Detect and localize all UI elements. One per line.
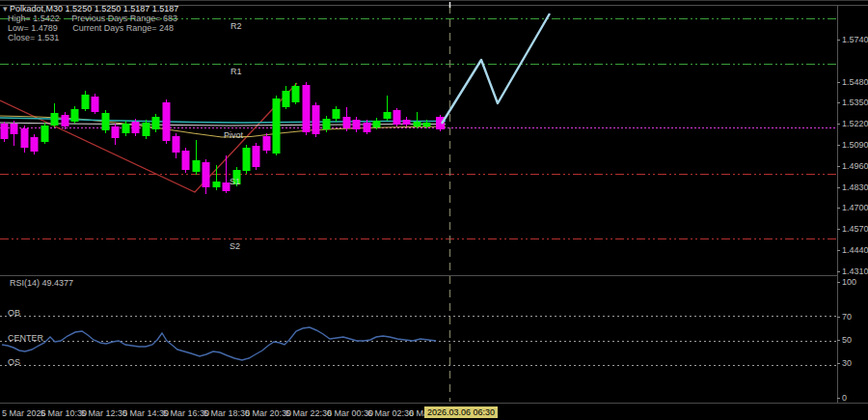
candle-body-bull xyxy=(423,123,431,126)
candle-body-bear xyxy=(173,136,180,153)
level-label-pivot: Pivot xyxy=(224,130,243,140)
ohlc-readout: ▾ Polkadot,M30 1.5250 1.5250 1.5187 1.51… xyxy=(3,4,178,14)
price-tick-mark xyxy=(837,124,840,125)
candle-body-bear xyxy=(112,126,120,138)
candle-body-bull xyxy=(51,113,59,126)
price-tick: 1.4700 xyxy=(842,203,868,212)
symbol-label: Polkadot,M30 xyxy=(10,4,63,14)
time-label: 6 Mar 02:30 xyxy=(367,408,414,418)
candle-body-bear xyxy=(62,115,69,126)
previous-range-value: Previous Days Range= 683 xyxy=(71,14,177,23)
mt4-chart-window: ▾ Polkadot,M30 1.5250 1.5250 1.5187 1.51… xyxy=(0,0,868,420)
time-label: 5 Mar 12:30 xyxy=(81,408,127,418)
candle-body-bear xyxy=(263,136,271,151)
candle-body-bear xyxy=(364,123,371,132)
rsi-tick-mark xyxy=(837,317,840,318)
candle-body-bear xyxy=(11,124,18,134)
current-range-value: Current Days Range= 248 xyxy=(72,23,174,33)
candle-body-bear xyxy=(393,110,401,125)
rsi-tick: 100 xyxy=(842,277,856,287)
rsi-tick-mark xyxy=(837,340,840,341)
candle-body-bear xyxy=(403,120,411,125)
rsi-oversold-label: OS xyxy=(8,357,20,367)
price-tick-mark xyxy=(837,250,840,251)
candle-body-bull xyxy=(152,117,160,129)
candle-body-bull xyxy=(82,95,90,109)
high-value: High= 1.5422 xyxy=(8,14,60,23)
forecast-projection-line xyxy=(442,14,550,124)
rsi-overbought-label: OB xyxy=(8,308,20,318)
price-tick: 1.5090 xyxy=(842,140,868,150)
rsi-center-label: CENTER xyxy=(8,333,43,343)
time-label: 5 Mar 18:30 xyxy=(203,408,250,418)
price-tick-mark xyxy=(837,40,840,41)
level-label-r2: R2 xyxy=(231,21,242,31)
candle-body-bull xyxy=(193,160,201,172)
candle-body-bull xyxy=(143,123,150,136)
candle-body-bull xyxy=(292,86,300,102)
candle-body-bull xyxy=(213,182,221,187)
rsi-indicator-title: RSI(14) 49.4377 xyxy=(10,278,73,288)
price-tick: 1.4570 xyxy=(842,224,868,234)
candle-body-bear xyxy=(92,97,99,112)
candle-body-bull xyxy=(414,122,421,126)
candle-body-bull xyxy=(323,119,331,129)
price-tick-mark xyxy=(837,166,840,167)
time-label: 6 Mar 00:30 xyxy=(327,408,373,418)
price-chart-canvas[interactable] xyxy=(0,1,868,403)
price-scale[interactable]: 1.57401.54801.53501.52201.50901.49601.48… xyxy=(837,1,868,403)
candle-body-bear xyxy=(21,128,29,148)
rsi-tick-mark xyxy=(837,398,840,399)
candle-body-bull xyxy=(71,109,79,122)
candle-body-bear xyxy=(163,102,171,141)
rsi-tick-mark xyxy=(837,363,840,364)
candle-body-bear xyxy=(312,105,320,134)
candle-body-bull xyxy=(41,126,49,142)
price-tick: 1.5350 xyxy=(842,98,868,107)
candle-body-bear xyxy=(253,146,260,167)
price-tick: 1.4310 xyxy=(842,266,868,276)
candle-body-bull xyxy=(243,148,251,171)
close-value: Close= 1.531 xyxy=(8,33,59,42)
candle-body-bull xyxy=(273,98,281,154)
rsi-tick: 50 xyxy=(842,335,852,345)
time-label: 5 Mar 10:30 xyxy=(41,408,87,418)
time-label: 5 Mar 22:30 xyxy=(285,408,332,418)
price-tick: 1.4440 xyxy=(842,245,868,255)
time-scale[interactable]: 5 Mar 20265 Mar 10:305 Mar 12:305 Mar 14… xyxy=(0,403,868,420)
time-label: 5 Mar 2026 xyxy=(2,408,46,418)
price-tick: 1.4960 xyxy=(842,161,868,171)
level-label-s2: S2 xyxy=(230,241,240,251)
rsi-tick: 70 xyxy=(842,312,852,322)
rsi-tick: 0 xyxy=(842,393,847,403)
price-tick: 1.5740 xyxy=(842,35,868,44)
candle-body-bear xyxy=(203,162,210,187)
selected-time-badge: 2026.03.06 06:30 xyxy=(424,406,498,418)
price-tick-mark xyxy=(837,82,840,83)
symbol-dropdown-icon[interactable]: ▾ xyxy=(3,4,8,14)
rsi-tick: 30 xyxy=(842,358,852,368)
price-tick-mark xyxy=(837,208,840,209)
price-tick-mark xyxy=(837,102,840,103)
candle-body-bear xyxy=(1,124,9,139)
day-stats-row-1: High= 1.5422 Previous Days Range= 683 xyxy=(8,14,177,23)
candle-body-bear xyxy=(31,137,39,152)
time-label: 5 Mar 16:30 xyxy=(163,408,209,418)
level-label-s1: S1 xyxy=(230,177,240,186)
price-tick: 1.4830 xyxy=(842,182,868,192)
price-tick-mark xyxy=(837,145,840,146)
price-tick: 1.5480 xyxy=(842,77,868,87)
candle-body-bear xyxy=(353,120,361,129)
candle-body-bear xyxy=(132,122,140,133)
price-tick: 1.5220 xyxy=(842,119,868,128)
rsi-line xyxy=(2,327,436,360)
time-label: 5 Mar 14:30 xyxy=(122,408,169,418)
candle-body-bear xyxy=(343,117,351,128)
time-label: 5 Mar 20:30 xyxy=(245,408,291,418)
ohlc-values: 1.5250 1.5250 1.5187 1.5187 xyxy=(66,4,179,14)
price-tick-mark xyxy=(837,229,840,230)
candle-body-bull xyxy=(102,113,110,130)
candle-body-bear xyxy=(303,85,311,132)
candle-body-bull xyxy=(122,124,130,133)
candle-body-bear xyxy=(182,151,190,170)
